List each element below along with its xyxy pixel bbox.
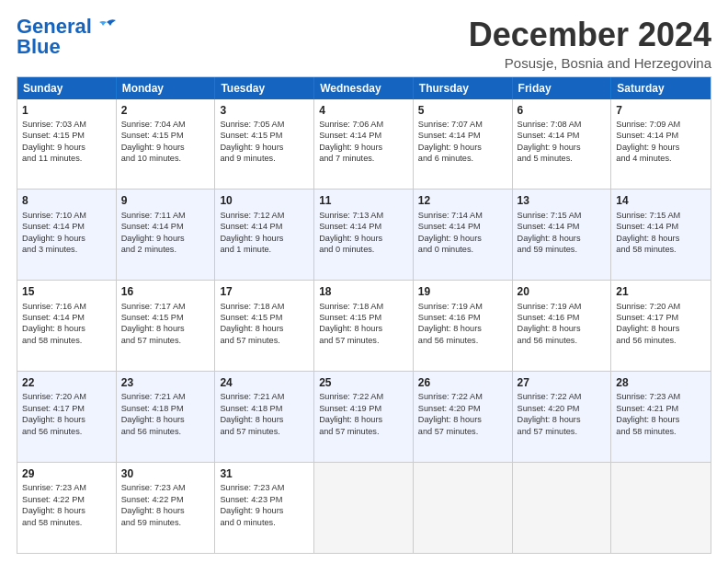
day-info: Daylight: 9 hours — [319, 142, 408, 153]
day-info: Sunset: 4:18 PM — [121, 403, 210, 414]
day-number: 6 — [518, 103, 607, 118]
day-info: and 56 minutes. — [518, 335, 607, 346]
day-info: Sunrise: 7:14 AM — [418, 210, 507, 221]
day-number: 29 — [22, 466, 111, 481]
day-number: 15 — [22, 284, 111, 299]
day-info: Sunrise: 7:23 AM — [22, 482, 111, 493]
day-info: Sunrise: 7:06 AM — [319, 119, 408, 130]
day-info: Daylight: 8 hours — [418, 323, 507, 334]
day-info: Sunrise: 7:18 AM — [319, 301, 408, 312]
day-info: Sunset: 4:15 PM — [220, 130, 309, 141]
day-number: 19 — [418, 284, 507, 299]
cal-header-thursday: Thursday — [414, 77, 513, 99]
day-number: 17 — [220, 284, 309, 299]
day-info: and 57 minutes. — [518, 426, 607, 437]
cal-cell — [513, 463, 612, 553]
day-number: 12 — [418, 193, 507, 208]
day-info: Sunset: 4:16 PM — [418, 312, 507, 323]
day-number: 18 — [319, 284, 408, 299]
day-number: 24 — [220, 375, 309, 390]
day-info: Daylight: 8 hours — [220, 323, 309, 334]
day-info: and 56 minutes. — [418, 335, 507, 346]
day-info: Sunset: 4:22 PM — [121, 494, 210, 505]
day-info: Sunset: 4:23 PM — [220, 494, 309, 505]
cal-header-tuesday: Tuesday — [215, 77, 314, 99]
day-info: Sunset: 4:14 PM — [220, 221, 309, 232]
day-info: Daylight: 9 hours — [220, 233, 309, 244]
day-info: Daylight: 8 hours — [121, 323, 210, 334]
cal-cell: 23Sunrise: 7:21 AMSunset: 4:18 PMDayligh… — [117, 372, 216, 462]
cal-cell: 8Sunrise: 7:10 AMSunset: 4:14 PMDaylight… — [17, 190, 117, 280]
day-info: Daylight: 9 hours — [22, 142, 111, 153]
day-info: Sunset: 4:14 PM — [22, 221, 111, 232]
day-info: Sunrise: 7:05 AM — [220, 119, 309, 130]
day-info: Sunset: 4:17 PM — [22, 403, 111, 414]
day-info: Daylight: 8 hours — [616, 414, 706, 425]
day-info: and 4 minutes. — [616, 153, 706, 164]
day-info: Daylight: 9 hours — [616, 142, 706, 153]
cal-header-wednesday: Wednesday — [314, 77, 414, 99]
day-info: Daylight: 9 hours — [121, 142, 210, 153]
day-info: and 0 minutes. — [319, 244, 408, 255]
day-info: Daylight: 8 hours — [518, 233, 607, 244]
day-info: Daylight: 8 hours — [22, 323, 111, 334]
day-info: Sunset: 4:15 PM — [22, 130, 111, 141]
day-number: 4 — [319, 103, 408, 118]
day-info: Daylight: 9 hours — [319, 233, 408, 244]
cal-cell: 25Sunrise: 7:22 AMSunset: 4:19 PMDayligh… — [314, 372, 414, 462]
subtitle: Posusje, Bosnia and Herzegovina — [469, 55, 711, 71]
day-info: Sunset: 4:14 PM — [22, 312, 111, 323]
cal-cell: 2Sunrise: 7:04 AMSunset: 4:15 PMDaylight… — [117, 99, 216, 190]
day-info: and 6 minutes. — [418, 153, 507, 164]
day-info: and 56 minutes. — [616, 335, 706, 346]
day-info: Sunrise: 7:11 AM — [121, 210, 210, 221]
day-info: Sunset: 4:15 PM — [121, 312, 210, 323]
day-info: and 57 minutes. — [418, 426, 507, 437]
day-number: 10 — [220, 193, 309, 208]
calendar-week-5: 29Sunrise: 7:23 AMSunset: 4:22 PMDayligh… — [17, 463, 711, 553]
cal-cell: 20Sunrise: 7:19 AMSunset: 4:16 PMDayligh… — [513, 281, 612, 371]
day-info: Daylight: 9 hours — [220, 505, 309, 516]
day-number: 5 — [418, 103, 507, 118]
day-info: and 1 minute. — [220, 244, 309, 255]
day-info: and 0 minutes. — [220, 517, 309, 528]
day-info: Sunrise: 7:03 AM — [22, 119, 111, 130]
day-number: 2 — [121, 103, 210, 118]
cal-cell: 15Sunrise: 7:16 AMSunset: 4:14 PMDayligh… — [17, 281, 117, 371]
day-info: Sunrise: 7:21 AM — [121, 391, 210, 402]
day-number: 13 — [518, 193, 607, 208]
day-info: Daylight: 8 hours — [616, 323, 706, 334]
day-number: 20 — [518, 284, 607, 299]
day-info: Sunrise: 7:21 AM — [220, 391, 309, 402]
day-info: Sunrise: 7:12 AM — [220, 210, 309, 221]
cal-cell: 12Sunrise: 7:14 AMSunset: 4:14 PMDayligh… — [414, 190, 513, 280]
day-info: Sunrise: 7:13 AM — [319, 210, 408, 221]
cal-header-saturday: Saturday — [611, 77, 711, 99]
cal-cell: 17Sunrise: 7:18 AMSunset: 4:15 PMDayligh… — [215, 281, 314, 371]
cal-cell: 18Sunrise: 7:18 AMSunset: 4:15 PMDayligh… — [314, 281, 414, 371]
cal-cell: 26Sunrise: 7:22 AMSunset: 4:20 PMDayligh… — [414, 372, 513, 462]
cal-cell: 29Sunrise: 7:23 AMSunset: 4:22 PMDayligh… — [17, 463, 117, 553]
day-number: 25 — [319, 375, 408, 390]
day-info: Sunset: 4:20 PM — [418, 403, 507, 414]
day-number: 27 — [518, 375, 607, 390]
cal-cell: 19Sunrise: 7:19 AMSunset: 4:16 PMDayligh… — [414, 281, 513, 371]
day-info: and 58 minutes. — [616, 426, 706, 437]
day-number: 26 — [418, 375, 507, 390]
day-info: Daylight: 8 hours — [518, 323, 607, 334]
day-info: Daylight: 8 hours — [319, 323, 408, 334]
day-number: 21 — [616, 284, 706, 299]
cal-cell: 27Sunrise: 7:22 AMSunset: 4:20 PMDayligh… — [513, 372, 612, 462]
day-info: Sunrise: 7:04 AM — [121, 119, 210, 130]
day-info: Daylight: 8 hours — [220, 414, 309, 425]
cal-cell: 7Sunrise: 7:09 AMSunset: 4:14 PMDaylight… — [611, 99, 711, 190]
day-info: Sunrise: 7:19 AM — [518, 301, 607, 312]
day-info: Sunrise: 7:22 AM — [319, 391, 408, 402]
cal-cell: 3Sunrise: 7:05 AMSunset: 4:15 PMDaylight… — [215, 99, 314, 190]
cal-cell: 10Sunrise: 7:12 AMSunset: 4:14 PMDayligh… — [215, 190, 314, 280]
day-info: and 7 minutes. — [319, 153, 408, 164]
cal-cell: 28Sunrise: 7:23 AMSunset: 4:21 PMDayligh… — [611, 372, 711, 462]
day-info: and 59 minutes. — [121, 517, 210, 528]
day-info: Daylight: 8 hours — [418, 414, 507, 425]
calendar-week-2: 8Sunrise: 7:10 AMSunset: 4:14 PMDaylight… — [17, 190, 711, 281]
